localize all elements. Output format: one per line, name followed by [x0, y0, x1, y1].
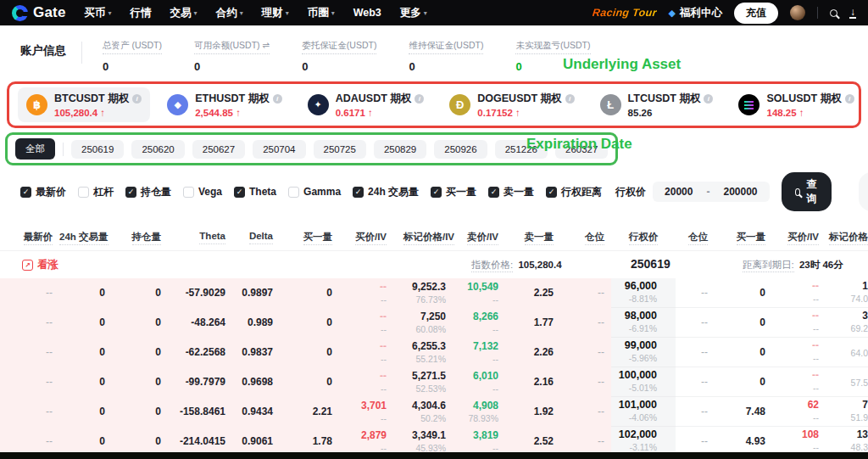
call-position-header[interactable]: 仓位 [560, 223, 611, 250]
nav-item-理财[interactable]: 理财▾ [262, 6, 289, 20]
filter-check-持仓量[interactable]: ✓持仓量 [125, 185, 171, 199]
put-bid-qty-header[interactable]: 买一量 [715, 223, 772, 250]
checkbox-checked-icon[interactable]: ✓ [488, 187, 499, 198]
asset-tab-sol[interactable]: SOLUSDT 期权i148.25 ↑ [730, 87, 862, 122]
call-bid-qty-header[interactable]: 买一量 [280, 223, 339, 250]
filter-check-卖一量[interactable]: ✓卖一量 [488, 185, 534, 199]
filter-check-Vega[interactable]: Vega [183, 186, 222, 198]
checkbox-checked-icon[interactable]: ✓ [20, 187, 31, 198]
theta-header[interactable]: Theta [168, 223, 232, 250]
nav-item-合约[interactable]: 合约▾ [216, 6, 243, 20]
put-mark-iv-header[interactable]: 标记价格/IV [826, 223, 868, 250]
put-bid-iv-cell[interactable]: ---- [772, 278, 826, 308]
date-tab-250704[interactable]: 250704 [253, 140, 305, 159]
filter-check-最新价[interactable]: ✓最新价 [20, 185, 66, 199]
reset-button[interactable]: ↻ 重置 [859, 172, 868, 211]
call-bid-iv-header[interactable]: 买价/IV [339, 223, 393, 250]
checkbox-checked-icon[interactable]: ✓ [234, 187, 245, 198]
asset-tab-eth[interactable]: ◆ETHUSDT 期权i2,544.85 ↑ [159, 87, 291, 122]
download-icon[interactable]: ↓ [849, 8, 856, 19]
sub-value: -- [492, 294, 498, 305]
call-ask-iv-cell[interactable]: 4,90878.93% [461, 397, 505, 427]
query-button[interactable]: 查询 [782, 172, 832, 211]
value: -- [598, 377, 604, 388]
nav-item-Web3[interactable]: Web3 [353, 7, 381, 19]
nav-item-买币[interactable]: 买币▾ [85, 6, 112, 20]
checkbox-checked-icon[interactable]: ✓ [431, 187, 442, 198]
asset-tab-ada[interactable]: ✦ADAUSDT 期权i0.6171 ↑ [299, 87, 433, 122]
filter-check-24h 交易量[interactable]: ✓24h 交易量 [353, 185, 419, 199]
checkbox-checked-icon[interactable]: ✓ [353, 187, 364, 198]
put-bid-qty-cell: 0 [715, 278, 772, 308]
call-ask-qty-header[interactable]: 卖一量 [505, 223, 560, 250]
checkbox-checked-icon[interactable]: ✓ [125, 187, 136, 198]
open-interest-header[interactable]: 持仓量 [112, 223, 168, 250]
asset-tab-btc[interactable]: ฿BTCUSDT 期权i105,280.4 ↑ [18, 87, 150, 122]
nav-item-行情[interactable]: 行情 [131, 6, 152, 20]
asset-tab-ltc[interactable]: ŁLTCUSDT 期权i85.26 [592, 87, 722, 122]
avatar[interactable] [790, 5, 805, 20]
call-ask-iv-header[interactable]: 卖价/IV [461, 223, 505, 250]
date-tab-250627[interactable]: 250627 [192, 140, 245, 159]
strike-range-to[interactable]: 200000 [723, 186, 757, 198]
sub-value: -5.01% [629, 383, 657, 394]
call-bid-iv-cell[interactable]: ---- [339, 278, 393, 308]
header-label: 仓位 [688, 232, 708, 245]
call-bid-iv-cell[interactable]: ---- [339, 367, 393, 397]
date-tab-250829[interactable]: 250829 [374, 140, 426, 159]
put-bid-iv-cell[interactable]: 62-- [772, 397, 826, 427]
nav-item-交易[interactable]: 交易▾ [170, 6, 198, 20]
checkbox-icon[interactable] [288, 187, 299, 198]
delta-header[interactable]: Delta [232, 223, 280, 250]
recharge-button[interactable]: 充值 [734, 3, 778, 24]
call-ask-iv-cell[interactable]: 7,132-- [461, 338, 505, 367]
volume-24h-header[interactable]: 24h 交易量 [59, 223, 112, 250]
put-bid-iv-cell[interactable]: ---- [772, 367, 826, 397]
search-icon[interactable] [830, 9, 837, 17]
nav-item-更多[interactable]: 更多▾ [400, 6, 427, 20]
checkbox-icon[interactable] [78, 187, 89, 198]
date-tab-all[interactable]: 全部 [15, 138, 55, 160]
filter-check-杠杆[interactable]: 杠杆 [78, 185, 114, 199]
calls-side-toggle[interactable]: ↗ 看涨 [22, 258, 58, 272]
nav-item-币圈[interactable]: 币圈▾ [308, 6, 335, 20]
filter-check-Gamma[interactable]: Gamma [288, 186, 341, 198]
value: 7 [862, 400, 868, 411]
value: 2.21 [313, 406, 332, 417]
put-bid-iv-header[interactable]: 买价/IV [772, 223, 826, 250]
call-mark-iv-header[interactable]: 标记价格/IV [393, 223, 461, 250]
call-ask-iv-cell[interactable]: 10,549-- [461, 278, 505, 308]
welfare-center-link[interactable]: ◆ 福利中心 [669, 6, 722, 20]
gate-logo[interactable]: Gate [12, 4, 66, 21]
put-position-header[interactable]: 仓位 [676, 223, 715, 250]
date-tab-250619[interactable]: 250619 [71, 140, 124, 159]
call-ask-iv-cell[interactable]: 6,010-- [461, 367, 505, 397]
strike-range-from[interactable]: 20000 [665, 186, 693, 198]
call-mark-iv-cell: 9,252.376.73% [393, 278, 461, 308]
asset-tab-doge[interactable]: ÐDOGEUSDT 期权i0.17152 ↑ [441, 87, 582, 122]
call-ask-iv-cell[interactable]: 8,266-- [461, 308, 505, 338]
call-bid-iv-cell[interactable]: 3,701-- [339, 397, 393, 427]
filter-check-Theta[interactable]: ✓Theta [234, 186, 276, 198]
date-tab-250620[interactable]: 250620 [131, 140, 184, 159]
value: 0 [99, 347, 105, 358]
date-tab-250926[interactable]: 250926 [434, 140, 487, 159]
strike-price-header[interactable]: 行权价 [611, 223, 676, 250]
put-bid-iv-cell[interactable]: ---- [772, 338, 826, 367]
checkbox-checked-icon[interactable]: ✓ [546, 187, 557, 198]
date-tab-250725[interactable]: 250725 [314, 140, 366, 159]
filter-check-行权距离[interactable]: ✓行权距离 [546, 185, 602, 199]
sub-value: -- [492, 324, 498, 335]
racing-tour-badge[interactable]: Racing Tour [592, 7, 657, 19]
theta-cell: -62.2568 [168, 338, 232, 367]
call-bid-iv-cell[interactable]: ---- [339, 308, 393, 338]
last-price-header[interactable]: 最新价 [0, 223, 59, 250]
call-bid-iv-cell[interactable]: ---- [339, 338, 393, 367]
checkbox-icon[interactable] [183, 187, 194, 198]
strike-range-input[interactable]: 20000 - 200000 [653, 182, 769, 202]
column-toggles: ✓最新价杠杆✓持仓量Vega✓ThetaGamma✓24h 交易量✓买一量✓卖一… [20, 185, 602, 199]
put-position-cell: -- [676, 278, 715, 308]
put-bid-iv-cell[interactable]: ---- [772, 308, 826, 338]
filter-check-买一量[interactable]: ✓买一量 [431, 185, 476, 199]
call-position-cell: -- [560, 278, 611, 308]
